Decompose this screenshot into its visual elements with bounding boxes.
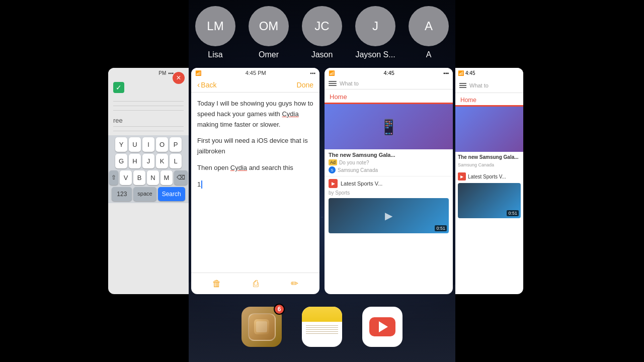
contact-avatar-jason: JC [302,6,342,46]
browser-title: What to [340,80,449,86]
contact-name-a: A [426,50,432,59]
dock-notes[interactable] [302,307,342,347]
news-item-samsung[interactable]: The new Samsung Gala... Ad Do you note? … [325,149,453,176]
right-partial-source: Samsung Canada [455,162,523,170]
key-b[interactable]: B [133,170,145,185]
right-partial-news: The new Samsung Gala... [455,152,523,162]
text-line [113,101,184,102]
right-sports-title: Latest Sports V... [468,174,506,179]
left-time: PM [158,70,166,76]
key-y[interactable]: Y [115,137,127,152]
center-wifi-icon: 📶 [195,70,201,76]
checkmark-icon: ✓ [113,82,124,93]
share-note-icon[interactable]: ⎙ [253,279,259,289]
key-u[interactable]: U [129,137,141,152]
contact-item[interactable]: OM Omer [242,6,295,59]
center-status-bar: 📶 4:45 PM ▪▪▪ [191,68,319,78]
dock-cydia[interactable]: 6 [242,307,282,347]
free-label: ree [108,115,189,126]
dock-youtube[interactable] [362,307,403,347]
key-m[interactable]: M [160,170,173,185]
space-key[interactable]: space [133,187,156,201]
browser-content: 📱 The new Samsung Gala... Ad Do you note… [325,104,453,294]
contact-item[interactable]: JC Jason [295,6,349,59]
text-line [113,110,184,111]
home-tab-label: Home [330,93,347,101]
cydia-inner [248,313,276,341]
contact-item[interactable]: A A [402,6,455,59]
center-battery: ▪▪▪ [310,70,315,76]
hamburger-line [329,83,337,84]
key-o[interactable]: O [156,137,168,152]
samsung-logo-row: S Samsung Canada [329,166,449,173]
back-button[interactable]: ‹ Back [197,80,216,89]
h-line [459,83,466,84]
cydia-box [254,319,269,334]
youtube-triangle-icon [379,321,388,332]
notes-toolbar: 🗑 ⎙ ✏ [191,273,319,294]
contact-avatar-omer: OM [249,6,289,46]
right-phone-area: 📶 4:45 What to Home The new Samsung Gala… [455,65,644,297]
ad-badge: Ad [329,159,337,165]
contact-item[interactable]: LM Lisa [189,6,242,59]
h-line [459,85,466,86]
center-time: 4:45 PM [246,70,266,76]
home-tab[interactable]: Home [325,89,453,104]
notes-nav: ‹ Back Done [191,78,319,93]
left-phone-partial: × PM ▪▪▪ ✓ ree Y U I O P [108,68,189,294]
key-numbers[interactable]: 123 [112,187,132,201]
key-l[interactable]: L [170,154,182,168]
left-text-lines [108,101,189,111]
notes-para2: First you will need a iOS device that is… [197,136,313,157]
samsung-source-text: Do you note? [339,160,369,165]
key-v[interactable]: V [120,170,132,185]
contact-name-jayson: Jayson S... [355,50,395,59]
chevron-left-icon: ‹ [197,80,200,89]
search-key[interactable]: Search [158,187,185,201]
cydia-badge: 6 [274,304,285,315]
center-phone: 📶 4:45 PM ▪▪▪ ‹ Back Done Today I will b… [191,68,319,294]
key-g[interactable]: G [115,154,127,168]
notes-line [306,329,338,330]
sports-section: ▶ Latest Sports V... by Sports ▶ 0:51 [325,176,453,236]
right-partial-video: 0:51 [458,183,521,218]
key-i[interactable]: I [142,137,154,152]
contact-item[interactable]: J Jayson S... [349,6,402,59]
right-time: 4:45 [383,70,394,76]
key-shift[interactable]: ⇧ [109,170,118,185]
delete-note-icon[interactable]: 🗑 [212,279,221,289]
right-partial-title: What to [469,82,489,88]
notes-yellow-header [302,307,342,322]
hamburger-line [329,85,337,86]
key-h[interactable]: H [129,154,141,168]
h-line [459,87,466,88]
done-button[interactable]: Done [297,81,313,89]
youtube-play-button [369,317,395,336]
right-partial-time: 4:45 [465,70,475,76]
right-wifi-icon: 📶 [329,70,335,76]
contact-name-omer: Omer [259,50,279,59]
compose-note-icon[interactable]: ✏ [291,278,298,289]
contact-name-lisa: Lisa [208,50,222,59]
key-k[interactable]: K [156,154,168,168]
delete-key[interactable]: ⌫ [174,170,188,185]
notes-lines-area [302,322,342,337]
text-line [113,106,184,106]
sports-video-thumb[interactable]: ▶ 0:51 [329,198,449,233]
notes-line [306,331,338,332]
youtube-icon [362,307,403,347]
phone-image-icon: 📱 [379,118,398,136]
keyboard-area: Y U I O P G H J K L ⇧ V B N M ⌫ [108,135,189,203]
key-n[interactable]: N [147,170,159,185]
close-button-left[interactable]: × [173,72,185,84]
separator [113,131,184,131]
sports-title: Latest Sports V... [341,180,382,187]
text-cursor [201,180,202,189]
sports-icon-inner: ▶ [332,181,335,186]
key-j[interactable]: J [142,154,154,168]
cursor-line: 1 [197,179,313,190]
source-logo: S [329,166,336,173]
hamburger-menu[interactable] [329,81,337,86]
notes-line [306,333,338,334]
key-p[interactable]: P [170,137,182,152]
